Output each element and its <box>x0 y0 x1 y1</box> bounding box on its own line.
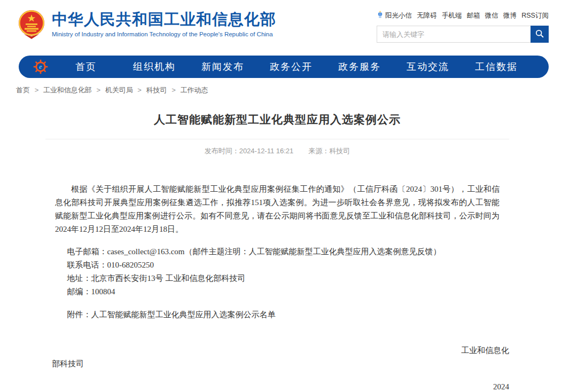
header-tools: 阳光小信 无障碍 手机端 邮箱 微信 微博 RSS订阅 <box>377 11 549 43</box>
page-title: 人工智能赋能新型工业化典型应用入选案例公示 <box>45 112 509 127</box>
breadcrumb: 首页 > 工业和信息化部 > 机关司局 > 科技司 > 工作动态 <box>16 85 577 95</box>
nav-item-interaction[interactable]: 互动交流 <box>394 60 462 73</box>
quick-link-rss[interactable]: RSS订阅 <box>521 11 549 20</box>
signature-dept-line-1: 工业和信息化 <box>45 344 509 357</box>
article-paragraph: 根据《关于组织开展人工智能赋能新型工业化典型应用案例征集工作的通知》（工信厅科函… <box>45 183 509 236</box>
article-meta: 发布时间：2024-12-11 16:21来源：科技司 <box>45 146 509 156</box>
quick-link-accessibility[interactable]: 无障碍 <box>417 11 437 20</box>
attachment-link[interactable]: 附件：人工智能赋能新型工业化典型应用入选案例公示名单 <box>45 308 509 322</box>
quick-link-mobile[interactable]: 手机端 <box>442 11 462 20</box>
quick-link-sunshine[interactable]: 阳光小信 <box>377 11 412 20</box>
publish-time-label: 发布时间： <box>205 147 239 155</box>
contact-email-line: 电子邮箱：cases_collect@163.com（邮件主题注明：人工智能赋能… <box>45 245 509 258</box>
nav-item-gov-disclosure[interactable]: 政务公开 <box>257 60 325 73</box>
signature-date-line-1: 2024 <box>45 380 509 392</box>
breadcrumb-item-tech-dept[interactable]: 科技司 <box>146 86 167 94</box>
site-header: 中华人民共和国工业和信息化部 Ministry of Industry and … <box>0 0 577 53</box>
miit-gear-icon: e <box>33 59 49 75</box>
article: 人工智能赋能新型工业化典型应用入选案例公示 发布时间：2024-12-11 16… <box>45 112 509 392</box>
signature-dept-line-2: 部科技司 <box>45 357 509 371</box>
quick-link-mail[interactable]: 邮箱 <box>467 11 480 20</box>
nav-item-gov-services[interactable]: 政务服务 <box>325 60 394 73</box>
site-subtitle: Ministry of Industry and Information Tec… <box>52 31 276 37</box>
svg-text:e: e <box>39 62 42 70</box>
source-label: 来源： <box>308 147 329 155</box>
brand[interactable]: 中华人民共和国工业和信息化部 Ministry of Industry and … <box>18 9 276 40</box>
search-button[interactable] <box>531 26 549 43</box>
breadcrumb-separator: > <box>35 86 39 94</box>
brand-text: 中华人民共和国工业和信息化部 Ministry of Industry and … <box>52 11 276 37</box>
page: 中华人民共和国工业和信息化部 Ministry of Industry and … <box>0 0 577 392</box>
quick-link-wechat[interactable]: 微信 <box>485 11 498 20</box>
contact-address-line: 地址：北京市西长安街13号 工业和信息化部科技司 <box>45 272 509 285</box>
contact-postcode-line: 邮编：100804 <box>45 285 509 299</box>
publish-time-value: 2024-12-11 16:21 <box>239 147 294 155</box>
nav-item-home[interactable]: 首页 <box>52 60 120 73</box>
quick-link-label: 阳光小信 <box>385 11 412 20</box>
breadcrumb-separator: > <box>137 86 142 94</box>
nav-item-industry-data[interactable]: 工信数据 <box>462 60 531 73</box>
search-icon <box>535 29 544 40</box>
nav-item-organization[interactable]: 组织机构 <box>120 60 189 73</box>
robot-icon <box>377 11 384 20</box>
breadcrumb-separator: > <box>96 86 100 94</box>
article-title-section: 人工智能赋能新型工业化典型应用入选案例公示 <box>45 112 509 139</box>
nav-item-news[interactable]: 新闻发布 <box>189 60 257 73</box>
breadcrumb-separator: > <box>171 86 176 94</box>
site-title: 中华人民共和国工业和信息化部 <box>52 11 276 28</box>
breadcrumb-item-home[interactable]: 首页 <box>16 86 30 94</box>
breadcrumb-item-work-updates[interactable]: 工作动态 <box>180 86 208 94</box>
search-input[interactable] <box>377 26 531 43</box>
search-bar <box>377 26 549 43</box>
breadcrumb-item-departments[interactable]: 机关司局 <box>105 86 133 94</box>
quick-links: 阳光小信 无障碍 手机端 邮箱 微信 微博 RSS订阅 <box>377 11 549 20</box>
breadcrumb-item-miit[interactable]: 工业和信息化部 <box>43 86 92 94</box>
source-value: 科技司 <box>329 147 350 155</box>
quick-link-weibo[interactable]: 微博 <box>503 11 517 20</box>
contact-phone-line: 联系电话：010-68205250 <box>45 258 509 272</box>
main-nav: e 首页 组织机构 新闻发布 政务公开 政务服务 互动交流 工信数据 <box>19 56 549 78</box>
national-emblem-icon <box>18 9 45 40</box>
